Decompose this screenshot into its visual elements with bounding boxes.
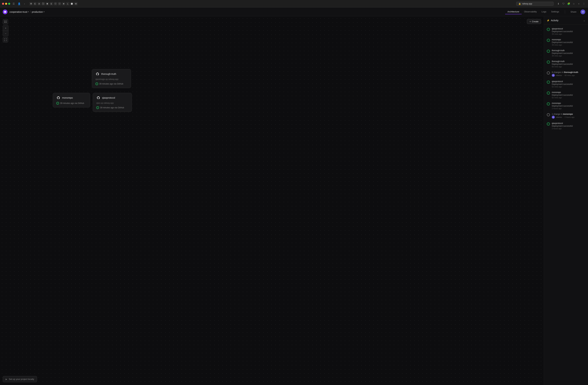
activity-content: monorepo Deployment successful 2 hours a… [552, 102, 585, 109]
user-avatar: m [552, 116, 555, 119]
activity-item[interactable]: qiaoprotocol Deployment successful 39 mi… [544, 26, 588, 37]
project-name: cooperative-trust [10, 11, 27, 13]
deployment-success-icon [547, 102, 550, 106]
svg-rect-0 [4, 21, 5, 21]
canvas-area[interactable]: + − + Create [0, 16, 544, 385]
activity-time: 39 mins ago [552, 55, 585, 57]
activity-desc: Deployment successful [552, 30, 585, 33]
service-status-text-monorepo: 39 minutes ago via GitHub [60, 102, 84, 104]
nav-links: Architecture Observability Logs Settings [505, 9, 562, 14]
github-icon-qiaoprotocol [96, 96, 100, 100]
profile-btn[interactable]: 👤 [17, 2, 21, 6]
nav-architecture[interactable]: Architecture [505, 9, 522, 14]
fit-screen-button[interactable] [3, 37, 8, 42]
activity-dot: · [563, 116, 564, 118]
activity-item[interactable]: monorepo Deployment successful 39 mins a… [544, 37, 588, 48]
breadcrumb-project[interactable]: cooperative-trust ▾ [10, 11, 29, 13]
minimize-button[interactable] [5, 3, 7, 5]
activity-content: qiaoprotocol Deployment successful 62 mi… [552, 80, 585, 88]
service-status-monorepo: 39 minutes ago via GitHub [56, 102, 87, 104]
nav-logs[interactable]: Logs [539, 9, 549, 14]
breadcrumb: cooperative-trust ▾ / production ▾ [10, 10, 44, 13]
tab-icons: ⊞ E A ⬛ ◉ E ⬡ ⬡ ◈ L ⬤ W [29, 2, 78, 5]
activity-desc: Deployment successful [552, 63, 585, 65]
breadcrumb-environment[interactable]: production ▾ [32, 11, 44, 13]
share-button[interactable]: Share [568, 10, 578, 14]
activity-collapse-button[interactable]: ⌄ [583, 19, 585, 22]
tab-icon-4[interactable]: ⬛ [42, 2, 45, 5]
activity-item[interactable]: thorough-truth Deployment successful 60 … [544, 59, 588, 69]
tab-icon-6[interactable]: E [50, 2, 53, 5]
activity-item-changes[interactable]: ↕ 1 change in monorepo m mikelxc · 2 [544, 111, 588, 121]
deployment-success-icon [547, 81, 550, 84]
back-btn[interactable]: ‹ [22, 2, 26, 6]
svg-rect-3 [6, 22, 6, 23]
activity-content: 1 change in monorepo m mikelxc · 2 hours… [552, 113, 585, 119]
activity-content: qiaoprotocol Deployment successful 2 hou… [552, 122, 585, 130]
deployment-success-icon [547, 122, 550, 126]
activity-pulse-icon: ⚡ [547, 19, 549, 22]
grid-toggle-button[interactable] [3, 19, 8, 24]
activity-list: qiaoprotocol Deployment successful 39 mi… [544, 24, 588, 385]
extensions-btn[interactable]: 🧩 [567, 2, 571, 6]
tab-icon-7[interactable]: ⬡ [54, 2, 57, 5]
address-bar[interactable]: 🔒 railway.app [516, 2, 554, 6]
service-card-qiaoprotocol[interactable]: qiaoprotocol qiao.up.railway.app 39 minu… [93, 93, 132, 112]
setup-local-bar[interactable]: ▶ Set up your project locally [3, 376, 37, 382]
app-logo[interactable] [3, 10, 7, 14]
service-title-monorepo: monorepo [62, 96, 73, 99]
activity-desc: Deployment successful [552, 105, 585, 107]
activity-desc: Deployment successful [552, 125, 585, 127]
deployment-success-icon [547, 49, 550, 53]
tab-icon-5[interactable]: ◉ [46, 2, 49, 5]
activity-content: thorough-truth Deployment successful 39 … [552, 49, 585, 57]
changes-row: 1 change in monorepo [552, 113, 585, 115]
activity-item[interactable]: monorepo Deployment successful 62 mins a… [544, 89, 588, 100]
activity-item[interactable]: qiaoprotocol Deployment successful 2 hou… [544, 121, 588, 131]
tab-icon-10[interactable]: L [66, 2, 69, 5]
tab-icon-2[interactable]: E [33, 2, 37, 5]
service-card-thorough-truth[interactable]: thorough-truth qiaoimage.up.railway.app … [92, 69, 131, 88]
tab-icon-1[interactable]: ⊞ [29, 2, 33, 5]
tab-icon-9[interactable]: ◈ [62, 2, 65, 5]
activity-service: thorough-truth [552, 60, 585, 62]
service-card-header: thorough-truth [95, 72, 127, 76]
tab-icon-11[interactable]: ⬤ [70, 2, 74, 5]
service-card-monorepo[interactable]: monorepo 39 minutes ago via GitHub [53, 93, 90, 107]
fullscreen-button[interactable] [8, 3, 10, 5]
activity-item[interactable]: qiaoprotocol Deployment successful 62 mi… [544, 79, 588, 89]
service-card-header-monorepo: monorepo [56, 96, 87, 100]
menu-btn[interactable]: ⋮ [582, 2, 586, 6]
nav-settings[interactable]: Settings [549, 9, 562, 14]
activity-time: 2 hours ago [552, 127, 585, 130]
deployment-success-icon [547, 91, 550, 95]
zoom-out-button[interactable]: − [3, 31, 8, 36]
activity-content: monorepo Deployment successful 39 mins a… [552, 39, 585, 46]
zoom-in-button[interactable]: + [3, 25, 8, 31]
nav-observability[interactable]: Observability [522, 9, 539, 14]
downloads-btn[interactable]: ⬇ [556, 2, 560, 6]
activity-item[interactable]: thorough-truth Deployment successful 39 … [544, 48, 588, 59]
close-button[interactable] [2, 3, 4, 5]
svg-rect-1 [6, 21, 6, 21]
create-button[interactable]: + Create [527, 19, 541, 24]
tab-icon-12[interactable]: W [74, 2, 78, 5]
service-title-qiaoprotocol: qiaoprotocol [102, 96, 115, 99]
add-tab-btn[interactable]: + [577, 2, 581, 6]
tab-icon-3[interactable]: A [38, 2, 41, 5]
user-avatar: m [552, 74, 555, 77]
activity-username: mikelxc [556, 116, 562, 118]
bookmark-btn[interactable]: ☆ [572, 2, 576, 6]
service-subtitle-qiaoprotocol: qiao.up.railway.app [96, 102, 128, 104]
activity-time: 62 mins ago [552, 86, 585, 88]
activity-item[interactable]: monorepo Deployment successful 2 hours a… [544, 100, 588, 111]
activity-item-changes[interactable]: ↕ 9 changes in thorough-truth m mikelxc … [544, 69, 588, 79]
environment-name: production [32, 11, 43, 13]
activity-title-row: ⚡ Activity [547, 19, 558, 22]
activity-service: qiaoprotocol [552, 122, 585, 124]
tab-icon-8[interactable]: ⬡ [58, 2, 61, 5]
activity-desc: Deployment successful [552, 52, 585, 54]
shield-icon[interactable]: 🛡 [562, 2, 566, 6]
avatar[interactable]: M [581, 10, 585, 14]
sidebar-toggle[interactable]: ☰ [12, 2, 16, 6]
